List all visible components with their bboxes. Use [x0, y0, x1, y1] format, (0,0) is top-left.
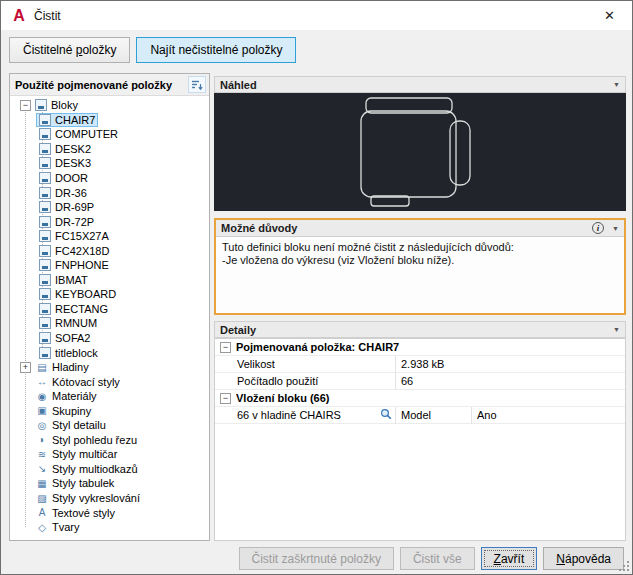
tree-item-block-dr-36[interactable]: DR-36	[10, 185, 209, 200]
tree-item-multiline-styles[interactable]: ≋Styly multičar	[10, 447, 209, 462]
tree-item-block-ibmat[interactable]: IBMAT	[10, 273, 209, 288]
collapse-box-icon[interactable]: −	[220, 393, 231, 404]
tree-item-block-dr-69p[interactable]: DR-69P	[10, 200, 209, 215]
tree-item-block-fnphone[interactable]: FNPHONE	[10, 258, 209, 273]
collapse-box-icon[interactable]: −	[220, 342, 231, 353]
tree-item-text-styles[interactable]: ATextové styly	[10, 505, 209, 520]
multileader-styles-icon: ↘	[35, 463, 49, 474]
reason-line: Tuto definici bloku není možné čistit z …	[222, 241, 618, 254]
groups-icon: ▣	[35, 405, 49, 416]
named-items-header-bar: Použité pojmenované položky	[10, 74, 209, 96]
tree-item-block-keyboard[interactable]: KEYBOARD	[10, 287, 209, 302]
purge-all-button[interactable]: Čistit vše	[400, 547, 475, 570]
info-icon[interactable]: i	[592, 222, 604, 234]
details-named-item-row[interactable]: − Pojmenovaná položka: CHAIR7	[215, 339, 625, 356]
tree-item-block-computer[interactable]: COMPUTER	[10, 127, 209, 142]
resize-grip[interactable]	[627, 569, 629, 571]
tree-item-block-rectang[interactable]: RECTANG	[10, 302, 209, 317]
insert-location-label: 66 v hladině CHAIRS	[237, 409, 341, 421]
possible-reasons-text: Tuto definici bloku není možné čistit z …	[216, 237, 624, 271]
insert-visible-value: Ano	[471, 407, 625, 424]
block-icon	[39, 172, 51, 184]
details-insert-instance-row: 66 v hladině CHAIRS Model Ano	[215, 407, 625, 424]
named-items-panel: Použité pojmenované položky −BlokyCHAIR7…	[9, 73, 210, 541]
named-item-group-label: Pojmenovaná položka: CHAIR7	[236, 341, 399, 353]
zoom-to-object-icon[interactable]	[380, 408, 392, 422]
help-button[interactable]: Nápověda	[543, 547, 624, 570]
purge-checked-items-button[interactable]: Čistit zaškrtnuté položky	[239, 547, 394, 570]
tree-item-block-dr-72p[interactable]: DR-72P	[10, 214, 209, 229]
details-block-insert-row[interactable]: − Vložení bloku (66)	[215, 390, 625, 407]
block-icon	[39, 128, 51, 140]
tree-item-layers[interactable]: +▤Hladiny	[10, 360, 209, 375]
block-icon	[39, 187, 51, 199]
block-icon	[39, 143, 51, 155]
named-items-tree: −BlokyCHAIR7COMPUTERDESK2DESK3DOORDR-36D…	[10, 96, 209, 540]
preview-header-label: Náhled	[220, 79, 257, 91]
block-icon	[39, 157, 51, 169]
tree-item-shapes[interactable]: ◇Tvary	[10, 520, 209, 535]
chevron-down-icon[interactable]: ▼	[613, 326, 620, 333]
block-icon	[39, 259, 51, 271]
autocad-logo-icon: A	[10, 7, 28, 24]
chevron-down-icon[interactable]: ▼	[612, 225, 619, 232]
dimension-styles-icon: ↔	[35, 376, 49, 387]
block-icon	[39, 332, 51, 344]
tree-item-plot-styles[interactable]: ▨Styly vykreslování	[10, 491, 209, 506]
chair-block-preview	[214, 93, 626, 211]
close-dialog-button[interactable]: Zavřít	[481, 547, 538, 570]
usage-count-label: Počítadlo použití	[215, 375, 395, 387]
dialog-footer: Čistit zaškrtnuté položky Čistit vše Zav…	[239, 547, 624, 570]
tree-item-block-chair7[interactable]: CHAIR7	[10, 113, 209, 128]
block-icon	[39, 114, 51, 126]
tree-item-block-fc42x18d[interactable]: FC42X18D	[10, 243, 209, 258]
details-section-header[interactable]: Detaily ▼	[214, 321, 626, 338]
block-icon	[39, 347, 51, 359]
details-row-usage-count: Počítadlo použití 66	[215, 373, 625, 390]
tree-item-blocks-root[interactable]: −Bloky	[10, 98, 209, 113]
block-icon	[35, 99, 47, 111]
possible-reasons-header[interactable]: Možné důvody i ▼	[216, 220, 624, 237]
tree-item-groups[interactable]: ▣Skupiny	[10, 403, 209, 418]
block-icon	[39, 201, 51, 213]
expand-box-icon[interactable]: +	[20, 362, 31, 373]
close-icon[interactable]: ✕	[587, 1, 632, 30]
tree-item-block-door[interactable]: DOOR	[10, 171, 209, 186]
text-styles-icon: A	[35, 507, 49, 518]
titlebar: A Čistit ✕	[1, 1, 632, 30]
sort-icon[interactable]	[188, 76, 206, 93]
window-title: Čistit	[34, 9, 61, 23]
tree-item-block-sofa2[interactable]: SOFA2	[10, 331, 209, 346]
insert-layout-value: Model	[395, 407, 471, 424]
detail-view-style-icon: ◎	[35, 420, 49, 431]
tree-item-block-desk2[interactable]: DESK2	[10, 142, 209, 157]
details-header-label: Detaily	[220, 324, 256, 336]
size-value: 2.938 kB	[395, 356, 625, 373]
possible-reasons-section: Možné důvody i ▼ Tuto definici bloku nen…	[214, 218, 626, 315]
tab-purgeable-items[interactable]: Čistitelné položky	[9, 37, 130, 63]
tab-find-nonpurgeable-items[interactable]: Najít nečistitelné položky	[136, 37, 296, 63]
multiline-styles-icon: ≋	[35, 449, 49, 460]
tree-item-dimension-styles[interactable]: ↔Kótovací styly	[10, 374, 209, 389]
materials-icon: ◉	[35, 391, 49, 402]
block-icon	[39, 245, 51, 257]
shapes-icon: ◇	[35, 522, 49, 533]
block-icon	[39, 216, 51, 228]
tree-item-block-desk3[interactable]: DESK3	[10, 156, 209, 171]
tree-item-table-styles[interactable]: ▦Styly tabulek	[10, 476, 209, 491]
tree-item-detail-view-style[interactable]: ◎Styl detailu	[10, 418, 209, 433]
preview-section-header[interactable]: Náhled ▼	[214, 76, 626, 93]
block-icon	[39, 288, 51, 300]
details-grid: − Pojmenovaná položka: CHAIR7 Velikost 2…	[214, 338, 626, 541]
plot-styles-icon: ▨	[35, 493, 49, 504]
block-insert-group-label: Vložení bloku (66)	[236, 392, 330, 404]
tree-item-block-titleblock[interactable]: titleblock	[10, 345, 209, 360]
section-view-style-icon: ◗	[35, 434, 49, 445]
tree-item-multileader-styles[interactable]: ↘Styly multiodkazů	[10, 462, 209, 477]
tree-item-materials[interactable]: ◉Materiály	[10, 389, 209, 404]
collapse-box-icon[interactable]: −	[20, 100, 31, 111]
tree-item-section-view-style[interactable]: ◗Styl pohledu řezu	[10, 433, 209, 448]
tree-item-block-rmnum[interactable]: RMNUM	[10, 316, 209, 331]
chevron-down-icon[interactable]: ▼	[613, 81, 620, 88]
tree-item-block-fc15x27a[interactable]: FC15X27A	[10, 229, 209, 244]
